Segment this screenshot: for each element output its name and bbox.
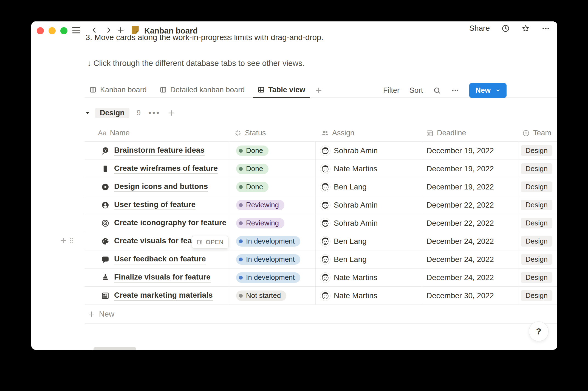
titlebar: Kanban board Share	[31, 21, 557, 35]
team-tag[interactable]: Design	[521, 181, 552, 192]
ellipsis-icon[interactable]	[541, 24, 550, 33]
clock-icon[interactable]	[501, 24, 510, 33]
add-row-plus-icon[interactable]	[60, 237, 67, 244]
status-dot-icon	[239, 276, 243, 280]
table-row[interactable]: User feedback on feature In development …	[85, 250, 557, 269]
text-property-icon: Aa	[98, 129, 107, 137]
table-row[interactable]: ? Brainstorm feature ideas Done Sohrab A…	[85, 142, 557, 160]
tab-table-view[interactable]: Table view	[253, 83, 310, 98]
open-button[interactable]: OPEN	[192, 236, 228, 248]
assignee-name: Nate Martins	[334, 164, 377, 173]
traffic-light-minimize-button[interactable]	[49, 27, 56, 34]
tab-detailed-kanban-board[interactable]: Detailed kanban board	[155, 83, 249, 98]
table-view-icon	[257, 86, 265, 94]
table-row[interactable]: Create iconography for feature Reviewing…	[85, 214, 557, 232]
plus-icon	[88, 311, 95, 318]
team-tag[interactable]: Design	[521, 290, 552, 301]
column-header-team[interactable]: Team	[519, 125, 557, 141]
traffic-light-zoom-button[interactable]	[60, 27, 67, 34]
table-row[interactable]: Create wireframes of feature Done Nate M…	[85, 160, 557, 178]
new-page-plus-icon[interactable]	[117, 26, 125, 34]
group-add-plus-icon[interactable]	[168, 109, 175, 117]
collapse-triangle-icon[interactable]	[85, 110, 91, 116]
status-badge[interactable]: Done	[236, 182, 268, 192]
task-name-link[interactable]: Create iconography for feature	[114, 218, 226, 228]
column-header-status[interactable]: Status	[230, 125, 316, 141]
new-row-button[interactable]: New	[85, 305, 557, 324]
status-label: Done	[246, 146, 263, 155]
hamburger-menu-icon[interactable]	[72, 26, 81, 34]
task-name-link[interactable]: Design icons and buttons	[114, 182, 208, 192]
team-tag[interactable]: Design	[521, 145, 552, 156]
add-view-plus-icon[interactable]	[315, 87, 322, 94]
deadline-value: December 30, 2022	[426, 291, 494, 300]
team-tag[interactable]: Design	[521, 200, 552, 210]
assignee-name: Nate Martins	[334, 273, 377, 282]
forward-chevron-icon[interactable]	[105, 26, 112, 34]
deadline-value: December 19, 2022	[426, 164, 494, 173]
new-button[interactable]: New	[469, 83, 507, 98]
deadline-value: December 24, 2022	[426, 237, 494, 246]
status-badge[interactable]: Reviewing	[236, 218, 284, 228]
team-tag[interactable]: Design	[521, 236, 552, 247]
task-name-link[interactable]: Create marketing materials	[114, 291, 213, 301]
star-icon[interactable]	[521, 24, 530, 33]
drag-handle-icon[interactable]	[69, 238, 74, 244]
status-badge[interactable]: In development	[236, 236, 300, 247]
traffic-light-close-button[interactable]	[37, 27, 44, 34]
task-name-link[interactable]: Finalize visuals for feature	[114, 273, 211, 283]
status-badge[interactable]: Reviewing	[236, 200, 284, 210]
help-button[interactable]: ?	[529, 322, 549, 341]
sort-button[interactable]: Sort	[409, 86, 423, 95]
status-dot-icon	[239, 167, 243, 171]
status-label: Not started	[246, 291, 281, 300]
team-tag[interactable]: Design	[521, 272, 552, 283]
bullseye-icon	[101, 219, 109, 227]
person-bust-icon	[101, 201, 109, 209]
table-row[interactable]: Design icons and buttons Done Ben Lang D…	[85, 178, 557, 196]
table-row[interactable]: Create visuals for feature In developmen…	[85, 232, 557, 250]
select-property-icon	[522, 129, 530, 137]
column-header-assign[interactable]: Assign	[316, 125, 422, 141]
share-button[interactable]: Share	[469, 24, 490, 33]
chevron-down-icon[interactable]	[495, 87, 501, 93]
column-header-deadline[interactable]: Deadline	[422, 125, 519, 141]
task-name-link[interactable]: User testing of feature	[114, 200, 196, 210]
tab-kanban-board[interactable]: Kanban board	[85, 83, 151, 98]
status-badge[interactable]: In development	[236, 254, 300, 265]
team-tag[interactable]: Design	[521, 163, 552, 174]
deadline-value: December 19, 2022	[426, 146, 494, 155]
view-options-ellipsis-icon[interactable]	[451, 86, 459, 94]
avatar-ben-lang	[320, 182, 330, 192]
table-row[interactable]: User testing of feature Reviewing Sohrab…	[85, 196, 557, 214]
group-options-ellipsis-icon[interactable]: •••	[148, 109, 160, 117]
status-dot-icon	[239, 149, 243, 153]
back-chevron-icon[interactable]	[91, 26, 98, 34]
hint-paragraph: ↓ Click through the different database t…	[87, 59, 305, 68]
task-name-link[interactable]: User feedback on feature	[114, 255, 206, 264]
task-name-link[interactable]: Brainstorm feature ideas	[114, 146, 205, 156]
calendar-icon	[426, 129, 434, 137]
filter-button[interactable]: Filter	[383, 86, 400, 95]
search-icon[interactable]	[433, 86, 441, 95]
task-name-link[interactable]: Create wireframes of feature	[114, 164, 218, 174]
table-row[interactable]: Create marketing materials Not started N…	[85, 287, 557, 305]
group-name-tag[interactable]: Design	[95, 108, 129, 118]
avatar-sohrab-amin	[320, 146, 330, 156]
avatar-nate-martins	[320, 291, 330, 301]
group-header: Design 9 •••	[85, 107, 175, 118]
team-tag[interactable]: Design	[521, 254, 552, 265]
assignee-name: Ben Lang	[334, 183, 367, 191]
status-badge[interactable]: In development	[236, 272, 300, 283]
status-badge[interactable]: Done	[236, 164, 268, 174]
status-badge[interactable]: Not started	[236, 291, 286, 301]
column-label: Status	[245, 129, 266, 137]
tab-label: Table view	[268, 86, 305, 94]
status-badge[interactable]: Done	[236, 146, 268, 156]
column-header-name[interactable]: Aa Name	[85, 125, 230, 141]
status-dot-icon	[239, 221, 243, 225]
team-tag[interactable]: Design	[521, 218, 552, 228]
table-row[interactable]: Finalize visuals for feature In developm…	[85, 269, 557, 287]
page-emoji-icon	[131, 25, 140, 35]
status-dot-icon	[239, 258, 243, 261]
